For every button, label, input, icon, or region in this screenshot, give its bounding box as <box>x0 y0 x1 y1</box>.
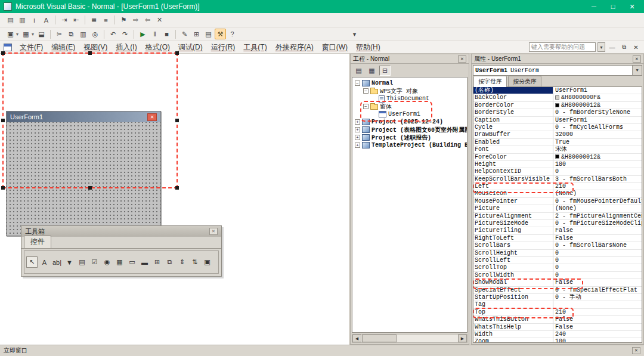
child-minimize-button[interactable]: — <box>607 43 617 52</box>
property-row[interactable]: Width240 <box>473 331 642 338</box>
scroll-left-icon[interactable]: ◀ <box>352 335 361 342</box>
list-properties-button[interactable]: ▤ <box>5 15 16 26</box>
property-row[interactable]: BorderStyle0 - fmBorderStyleNone <box>473 109 642 116</box>
minimize-button[interactable]: ─ <box>586 1 602 12</box>
select-pointer-tool-icon[interactable]: ↖ <box>26 256 38 268</box>
property-row[interactable]: WhatsThisHelpFalse <box>473 324 642 331</box>
help-button[interactable]: ? <box>227 29 238 39</box>
tree-item[interactable]: +Project (2025-12-24) <box>352 118 467 126</box>
object-selector-combo[interactable]: UserForm1 UserForm ▼ <box>473 65 642 76</box>
properties-window-button[interactable]: ▤ <box>203 29 214 39</box>
menu-item[interactable]: 窗口(W) <box>318 42 352 53</box>
toggle-button-tool-icon[interactable]: ▦ <box>114 256 125 268</box>
multipage-tool-icon[interactable]: ⧉ <box>164 256 175 268</box>
toggle-bookmark-button[interactable]: ⚑ <box>118 15 129 26</box>
tree-expander-icon[interactable]: + <box>355 127 360 132</box>
menu-item[interactable]: 编辑(E) <box>47 42 79 53</box>
property-row[interactable]: Tag <box>473 301 642 308</box>
property-row[interactable]: SpecialEffect0 - fmSpecialEffectFlat <box>473 287 642 294</box>
tree-item[interactable]: +Project (表格图文60页室外附属图] <box>352 126 467 134</box>
userform-designer-window[interactable]: UserForm1 ✕ <box>6 111 161 236</box>
close-button[interactable]: ✕ <box>624 1 640 12</box>
indent-button[interactable]: ⇥ <box>58 15 70 26</box>
clear-bookmarks-button[interactable]: ✕ <box>154 15 165 26</box>
undo-button[interactable]: ↶ <box>107 29 119 39</box>
child-restore-button[interactable]: ⧉ <box>619 43 629 52</box>
insert-userform-button[interactable]: ▦ <box>20 29 32 39</box>
property-row[interactable]: Left210 <box>473 183 642 190</box>
tree-expander-icon[interactable]: + <box>355 135 360 140</box>
tree-item[interactable]: −窗体 <box>352 103 467 110</box>
cut-button[interactable]: ✂ <box>54 29 65 39</box>
scrollbar-tool-icon[interactable]: ⇕ <box>177 256 188 268</box>
property-row[interactable]: (名称)UserForm1 <box>473 87 642 94</box>
break-button[interactable]: ‖ <box>149 29 160 39</box>
maximize-button[interactable]: □ <box>605 1 621 12</box>
tab-strip-tool-icon[interactable]: ⊞ <box>151 256 163 268</box>
menu-item[interactable]: 插入(I) <box>112 42 141 53</box>
property-row[interactable]: PictureSizeMode0 - fmPictureSizeModeClip <box>473 220 642 227</box>
menu-item[interactable]: 帮助(H) <box>352 42 385 53</box>
menu-item[interactable]: 调试(D) <box>174 42 207 53</box>
property-row[interactable]: WhatsThisButtonFalse <box>473 316 642 323</box>
immediate-close-button[interactable]: ✕ <box>632 347 640 354</box>
toolbox-close-button[interactable]: ✕ <box>209 228 218 235</box>
menu-item[interactable]: 视图(V) <box>79 42 112 53</box>
menu-item[interactable]: 运行(R) <box>207 42 240 53</box>
insert-userform-dropdown-icon[interactable]: ▾ <box>32 32 34 37</box>
outdent-button[interactable]: ⇤ <box>70 15 82 26</box>
property-row[interactable]: Cycle0 - fmCycleAllForms <box>473 124 642 131</box>
menu-item[interactable]: 外接程序(A) <box>271 42 318 53</box>
tab-categorized[interactable]: 按分类序 <box>508 76 541 86</box>
redo-button[interactable]: ↷ <box>119 29 131 39</box>
child-close-button[interactable]: ✕ <box>631 43 641 52</box>
userform-close-button[interactable]: ✕ <box>147 113 157 121</box>
tree-expander-icon[interactable]: − <box>355 81 360 86</box>
tree-expander-icon[interactable]: + <box>355 143 360 148</box>
listbox-tool-icon[interactable]: ▤ <box>76 256 88 268</box>
project-explorer-button[interactable]: ⊞ <box>191 29 202 39</box>
find-button[interactable]: ◎ <box>89 29 101 39</box>
property-row[interactable]: ScrollLeft0 <box>473 257 642 264</box>
scroll-right-icon[interactable]: ▶ <box>458 335 467 342</box>
properties-close-button[interactable]: ✕ <box>633 55 641 63</box>
property-row[interactable]: MouseIcon(None) <box>473 190 642 197</box>
toolbox-window[interactable]: 工具箱 ✕ 控件 ↖Aab|▼▤☑◉▦▭▬⊞⧉⇕⇅▣ <box>21 225 222 277</box>
property-row[interactable]: ScrollWidth0 <box>473 272 642 279</box>
list-constants-button[interactable]: ▥ <box>17 15 28 26</box>
property-row[interactable]: Zoom100 <box>473 338 642 343</box>
toolbox-button[interactable]: ⚒ <box>215 29 226 39</box>
property-row[interactable]: StartUpPosition0 - 手动 <box>473 294 642 301</box>
property-row[interactable]: Height180 <box>473 161 642 168</box>
reset-button[interactable]: ■ <box>161 29 172 39</box>
tree-item[interactable]: −WPS文字 对象 <box>352 87 467 95</box>
toolbox-tab-controls[interactable]: 控件 <box>24 236 51 248</box>
complete-word-button[interactable]: A <box>41 15 52 26</box>
property-row[interactable]: Font宋体 <box>473 146 642 153</box>
frame-tool-icon[interactable]: ▭ <box>126 256 138 268</box>
command-button-tool-icon[interactable]: ▬ <box>139 256 150 268</box>
property-row[interactable]: ForeColor&H80000012& <box>473 154 642 161</box>
tree-item[interactable]: −Normal <box>352 79 467 87</box>
option-button-tool-icon[interactable]: ◉ <box>101 256 113 268</box>
help-search-input[interactable]: 键入需要帮助的问题 <box>529 42 596 52</box>
property-row[interactable]: EnabledTrue <box>473 139 642 146</box>
textbox-tool-icon[interactable]: ab| <box>51 256 63 268</box>
object-combo-dropdown-icon[interactable]: ▼ <box>632 66 642 75</box>
menu-item[interactable]: 格式(O) <box>141 42 174 53</box>
view-object-button[interactable]: ▦ <box>366 66 377 76</box>
previous-bookmark-button[interactable]: ⇦ <box>142 15 153 26</box>
tab-alphabetic[interactable]: 按字母序 <box>473 76 507 87</box>
tree-expander-icon[interactable]: − <box>363 88 369 94</box>
label-tool-icon[interactable]: A <box>39 256 50 268</box>
property-row[interactable]: Top210 <box>473 309 642 316</box>
tree-item[interactable]: +Project (述职报告) <box>352 134 467 141</box>
help-search-dropdown-icon[interactable]: ▼ <box>597 42 605 52</box>
property-row[interactable]: ScrollBars0 - fmScrollBarsNone <box>473 242 642 249</box>
menu-item[interactable]: 工具(T) <box>239 42 271 53</box>
design-mode-button[interactable]: ✎ <box>179 29 190 39</box>
property-row[interactable]: RightToLeftFalse <box>473 235 642 242</box>
scroll-thumb[interactable] <box>362 335 397 342</box>
property-row[interactable]: CaptionUserForm1 <box>473 117 642 124</box>
property-row[interactable]: ShowModalFalse <box>473 279 642 286</box>
